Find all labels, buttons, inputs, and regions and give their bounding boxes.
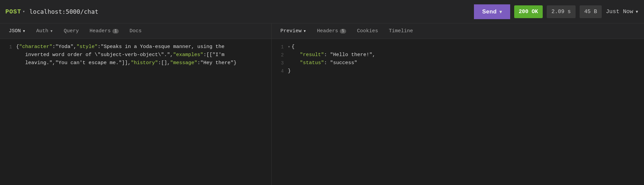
response-line-1: 1 ▾{ [272,43,644,51]
tab-timeline[interactable]: Timeline [384,26,418,37]
send-label: Send [482,8,497,15]
tab-cookies[interactable]: Cookies [352,26,383,37]
tab-docs[interactable]: Docs [125,26,146,37]
timestamp-text: Just Now [606,8,633,15]
line-num-1: 1 [3,43,12,51]
tab-auth-label: Auth [36,28,48,34]
tab-cookies-label: Cookies [357,28,378,34]
tab-json-arrow[interactable]: ▾ [22,28,25,34]
resp-content-1: ▾{ [288,43,641,51]
code-content-3: leaving.","You can't escape me."]],"hist… [16,59,269,67]
resp-line-num-2: 2 [274,51,284,59]
timestamp-arrow[interactable]: ▾ [635,8,639,15]
code-line-2: inverted word order of \"subject-verb-ob… [0,51,271,59]
method-badge[interactable]: POST ▾ [5,8,25,15]
code-content-2: inverted word order of \"subject-verb-ob… [16,51,269,59]
send-button[interactable]: Send ▾ [474,4,510,19]
response-line-3: 3 "status": "success" [272,59,644,67]
method-dropdown-arrow[interactable]: ▾ [22,9,25,14]
tab-query[interactable]: Query [59,26,84,37]
timestamp: Just Now ▾ [606,8,639,15]
response-line-2: 2 "result": "Hello there!", [272,51,644,59]
resp-content-4: } [288,67,641,75]
tab-headers-right-label: Headers [317,28,338,34]
tab-auth[interactable]: Auth ▾ [32,25,58,37]
code-line-3: leaving.","You can't escape me."]],"hist… [0,59,271,67]
tab-json-label: JSON [9,28,21,34]
tab-preview[interactable]: Preview ▾ [276,25,311,37]
right-tab-bar: Preview ▾ Headers 5 Cookies Timeline [272,24,644,39]
resp-line-num-4: 4 [274,67,284,75]
top-bar: POST ▾ localhost:5000/chat Send ▾ 200 OK… [0,0,644,24]
timing-badge: 2.09 s [547,5,576,18]
tab-headers-left-label: Headers [90,28,111,34]
line-num-2 [3,51,12,51]
tab-query-label: Query [64,28,79,34]
resp-content-2: "result": "Hello there!", [288,51,641,59]
tab-headers-right[interactable]: Headers 5 [312,26,351,37]
main-area: JSON ▾ Auth ▾ Query Headers 1 Docs 1 {"c… [0,24,644,185]
tab-preview-arrow[interactable]: ▾ [303,28,306,34]
left-tab-bar: JSON ▾ Auth ▾ Query Headers 1 Docs [0,24,271,39]
line-num-3 [3,59,12,59]
resp-content-3: "status": "success" [288,59,641,67]
tab-docs-label: Docs [129,28,142,34]
resp-line-num-1: 1 [274,43,284,51]
tab-preview-label: Preview [280,28,302,34]
code-content-1: {"character":"Yoda","style":"Speaks in a… [16,43,269,51]
response-line-4: 4 } [272,67,644,75]
tab-timeline-label: Timeline [389,28,413,34]
send-dropdown-arrow: ▾ [499,9,502,14]
resp-line-num-3: 3 [274,59,284,67]
method-label: POST [5,8,21,15]
tab-headers-left[interactable]: Headers 1 [85,26,123,37]
tab-auth-arrow[interactable]: ▾ [50,28,53,34]
left-panel: JSON ▾ Auth ▾ Query Headers 1 Docs 1 {"c… [0,24,272,185]
code-line-1: 1 {"character":"Yoda","style":"Speaks in… [0,43,271,51]
response-body: 1 ▾{ 2 "result": "Hello there!", 3 "stat… [272,39,644,185]
request-body[interactable]: 1 {"character":"Yoda","style":"Speaks in… [0,39,271,185]
tab-headers-left-badge: 1 [112,29,119,34]
size-badge: 45 B [580,5,602,18]
tab-headers-right-badge: 5 [340,29,346,34]
tab-json[interactable]: JSON ▾ [4,25,30,37]
url-input[interactable]: localhost:5000/chat [29,8,470,15]
right-panel: Preview ▾ Headers 5 Cookies Timeline 1 ▾… [272,24,644,185]
status-badge: 200 OK [514,5,543,18]
